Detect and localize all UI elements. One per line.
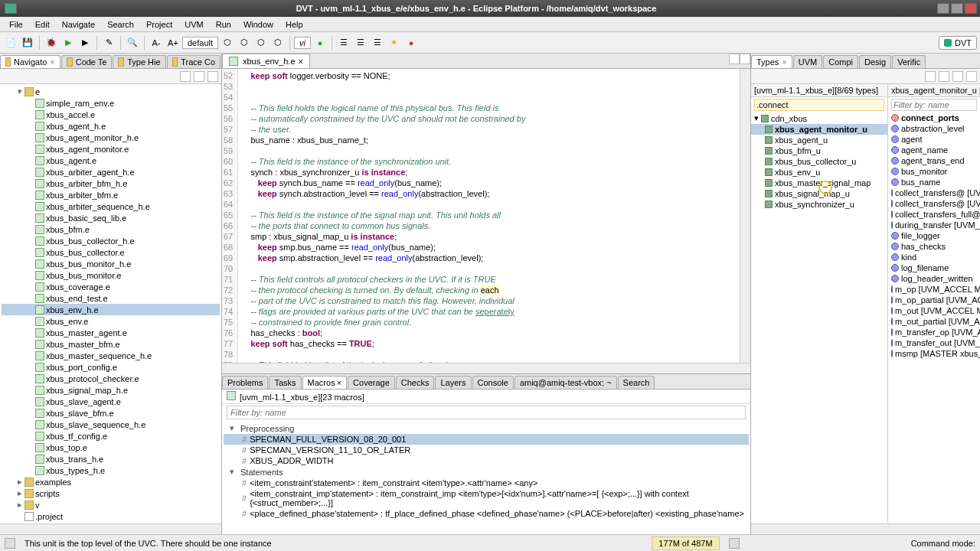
tree-item[interactable]: xbus_env_h.e [2,304,220,315]
type-item[interactable]: xbus_env_u [751,167,887,178]
tree-item[interactable]: .project [2,510,220,522]
bottom-tab-8[interactable]: Search [618,376,655,389]
member-item[interactable]: log_filename [888,262,980,273]
vi-combo[interactable]: vi [294,37,311,49]
editor-tab[interactable]: xbus_env_h.e × [222,54,310,68]
tree-item[interactable]: xbus_tf_config.e [2,430,220,442]
t9[interactable]: ✶ [387,35,402,51]
member-item[interactable]: agent_name [888,145,980,155]
tree-item[interactable]: xbus_slave_bfm.e [2,407,220,419]
tree-item[interactable]: xbus_agent_monitor.e [2,143,220,155]
member-item[interactable]: abstraction_level [888,123,980,134]
menu-run[interactable]: Run [210,18,237,31]
macro-item[interactable]: # SPECMAN_VERSION_11_10_OR_LATER [224,445,749,455]
search-button[interactable]: 🔍 [125,35,140,51]
tree-item[interactable]: xbus_arbiter_agent_h.e [2,166,220,178]
perspective-dvt[interactable]: DVT [939,36,977,50]
t1[interactable]: ⬡ [220,35,235,51]
tree-item[interactable]: xbus_bus_collector_h.e [2,235,220,246]
link-editor-icon[interactable] [194,71,204,82]
tree-item[interactable]: xbus_agent.e [2,155,220,166]
macros-list[interactable]: ▾Preprocessing# SPECMAN_FULL_VERSION_08_… [222,421,750,534]
tree-item[interactable]: xbus_agent_monitor_h.e [2,132,220,143]
member-item[interactable]: connect_ports [888,112,980,123]
tree-item[interactable]: xbus_slave_agent.e [2,396,220,407]
close-button[interactable] [965,3,977,14]
tree-item[interactable]: xbus_env.e [2,315,220,327]
menu-project[interactable]: Project [140,18,178,31]
type-item[interactable]: xbus_master_signal_map [751,178,887,188]
right-tab-4[interactable]: Verific [892,55,926,68]
menu-edit[interactable]: Edit [29,18,56,31]
minimize-editor-icon[interactable] [729,54,740,64]
close-icon[interactable]: × [299,57,303,66]
type-item[interactable]: xbus_synchronizer_u [751,199,887,210]
types-hscroll[interactable] [751,523,980,534]
right-tab-0[interactable]: Types× [751,55,792,68]
type-item[interactable]: xbus_signal_map_u [751,188,887,199]
tree-item[interactable]: xbus_bus_monitor.e [2,269,220,281]
font-inc-button[interactable]: A+ [165,35,181,51]
tree-item[interactable]: ▸scripts [2,487,220,499]
bottom-tab-6[interactable]: Console [472,376,514,389]
bottom-tab-4[interactable]: Checks [396,376,435,389]
member-item[interactable]: kind [888,252,980,262]
bottom-tab-5[interactable]: Layers [435,376,471,389]
types-filter[interactable] [754,99,884,111]
member-item[interactable]: m_out [UVM_ACCEL MA [888,305,980,316]
t10[interactable]: ● [403,35,419,51]
maximize-button[interactable] [951,3,963,14]
member-item[interactable]: m_op [UVM_ACCEL MA [888,284,980,295]
macro-group[interactable]: ▾Preprocessing [224,422,749,434]
type-item[interactable]: xbus_agent_u [751,135,887,145]
right-tab-3[interactable]: Desig [859,55,891,68]
tree-item[interactable]: xbus_bfm.e [2,223,220,235]
member-item[interactable]: agent [888,134,980,145]
editor-vscroll[interactable] [740,69,750,363]
member-item[interactable]: bus_name [888,177,980,187]
tree-item[interactable]: xbus_agent_h.e [2,120,220,132]
tree-item[interactable]: xbus_master_bfm.e [2,338,220,350]
left-tab-0[interactable]: Navigato× [0,55,60,68]
r-icon4[interactable] [966,71,977,82]
left-tab-2[interactable]: Type Hie [113,55,165,68]
bottom-tab-7[interactable]: amiq@amiq-test-vbox: ~ [514,376,617,389]
menu-search[interactable]: Search [101,18,140,31]
member-item[interactable]: collect_transfers@ [UV [888,198,980,209]
tree-item[interactable]: ▸v [2,499,220,510]
left-tab-3[interactable]: Trace Co [167,55,220,68]
wand-button[interactable]: ✎ [101,35,116,51]
member-item[interactable]: m_op_partial [UVM_AC [888,295,980,305]
new-button[interactable]: 📄 [3,35,18,51]
t8[interactable]: ☰ [370,35,385,51]
minimize-button[interactable] [937,3,949,14]
r-icon1[interactable] [925,71,936,82]
tree-item[interactable]: xbus_top.e [2,442,220,453]
ext-tools-button[interactable]: ▶ [77,35,93,51]
member-item[interactable]: collect_transfers@ [UV [888,187,980,198]
tree-item[interactable]: xbus_protocol_checker.e [2,373,220,384]
menu-uvm[interactable]: UVM [178,18,209,31]
tree-item[interactable]: xbus_coverage.e [2,281,220,292]
gc-icon[interactable] [729,538,740,549]
left-tab-1[interactable]: Code Te [61,55,113,68]
member-item[interactable]: collect_transfers_full@ [888,209,980,220]
right-tab-2[interactable]: Compi [823,55,858,68]
macro-item[interactable]: # SPECMAN_FULL_VERSION_08_20_001 [224,434,749,445]
tree-item[interactable]: ▾e [2,86,220,97]
tree-item[interactable]: xbus_signal_map_h.e [2,384,220,396]
tree-item[interactable]: xbus_accel.e [2,109,220,120]
bottom-tab-3[interactable]: Coverage [348,376,395,389]
type-item[interactable]: xbus_bus_collector_u [751,156,887,167]
maximize-editor-icon[interactable] [740,54,750,64]
build-combo[interactable]: default [182,37,218,49]
tree-item[interactable]: xbus_end_test.e [2,292,220,304]
r-icon2[interactable] [939,71,949,82]
macro-item[interactable]: # <place_defined_phase'statement> : tf_p… [224,508,749,519]
type-item[interactable]: xbus_agent_monitor_u [751,124,887,135]
tree-item[interactable]: xbus_bus_collector.e [2,246,220,258]
tree-item[interactable]: xbus_trans_h.e [2,453,220,465]
tree-item[interactable]: xbus_types_h.e [2,465,220,476]
tree-item[interactable]: xbus_arbiter_sequence_h.e [2,201,220,212]
member-item[interactable]: bus_monitor [888,166,980,177]
